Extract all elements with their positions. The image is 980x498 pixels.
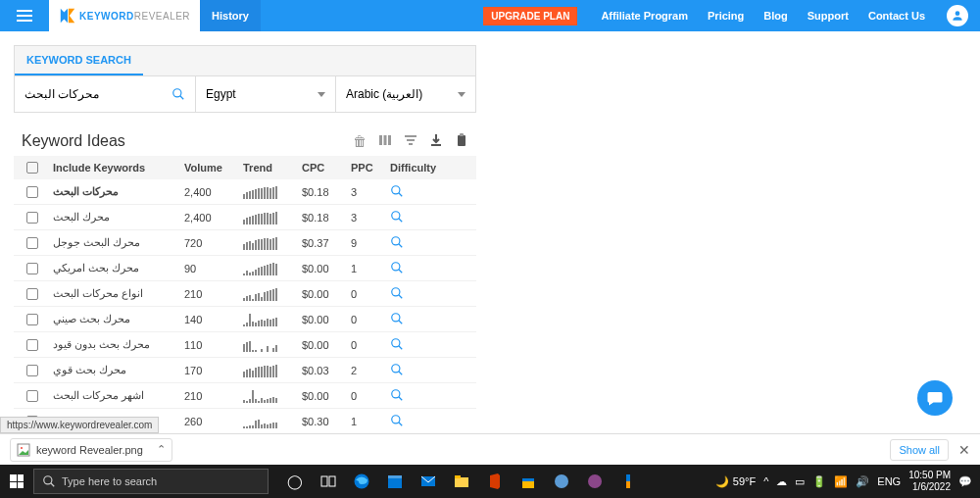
start-button[interactable] (0, 465, 33, 498)
nav-affiliate[interactable]: Affiliate Program (591, 10, 698, 22)
cell-difficulty[interactable] (390, 414, 439, 429)
task-view-icon[interactable] (316, 469, 341, 494)
cell-keyword: محرك بحث امريكي (47, 262, 184, 274)
close-icon[interactable]: ✕ (958, 442, 970, 458)
col-difficulty[interactable]: Difficulty (390, 162, 439, 174)
cell-difficulty[interactable] (390, 337, 439, 353)
cell-difficulty[interactable] (390, 210, 439, 225)
svg-point-12 (392, 185, 400, 193)
table-row: محرك البحث 2,400 $0.18 3 (14, 205, 476, 230)
tray-lang-icon[interactable]: ENG (877, 475, 901, 487)
app-icon-3[interactable] (615, 469, 641, 494)
cell-difficulty[interactable] (390, 184, 439, 200)
row-checkbox[interactable] (26, 314, 38, 325)
clock[interactable]: 10:50 PM 1/6/2022 (908, 470, 951, 493)
table-body: محركات البحث 2,400 $0.18 3 محرك البحث 2,… (14, 179, 476, 434)
chat-fab[interactable] (917, 380, 953, 416)
cortana-icon[interactable]: ◯ (282, 469, 308, 494)
svg-line-23 (399, 320, 403, 324)
edge-icon[interactable] (349, 469, 374, 494)
menu-button[interactable] (0, 0, 49, 31)
language-select[interactable]: Arabic (العربية) (336, 76, 475, 112)
cell-difficulty[interactable] (390, 363, 439, 378)
app-icon-2[interactable] (582, 469, 608, 494)
notifications-icon[interactable]: 💬 (958, 475, 972, 488)
mail-icon[interactable] (416, 469, 441, 494)
nav-history[interactable]: History (200, 0, 261, 31)
svg-line-15 (399, 218, 403, 222)
upgrade-button[interactable]: UPGRADE PLAN (483, 7, 577, 25)
tray-meet-icon[interactable]: ▭ (795, 475, 805, 488)
weather-widget[interactable]: 🌙59°F (715, 475, 756, 488)
col-trend[interactable]: Trend (243, 162, 302, 174)
svg-point-28 (392, 389, 400, 397)
row-checkbox[interactable] (26, 365, 38, 376)
tray-battery-icon[interactable]: 🔋 (812, 475, 826, 488)
calendar-icon[interactable] (382, 469, 408, 494)
row-checkbox[interactable] (26, 339, 38, 351)
cell-trend (243, 185, 302, 199)
nav-contact[interactable]: Contact Us (858, 10, 935, 22)
row-checkbox[interactable] (26, 186, 38, 198)
table-row: محرك بحث امريكي 90 $0.00 1 (14, 256, 476, 281)
delete-icon[interactable]: 🗑 (353, 133, 367, 150)
nav-support[interactable]: Support (798, 10, 858, 22)
show-all-button[interactable]: Show all (890, 439, 949, 461)
cell-volume: 210 (184, 390, 243, 402)
cell-difficulty[interactable] (390, 235, 439, 251)
search-panel: KEYWORD SEARCH Egypt Arabic (العربية) (14, 45, 476, 113)
keyword-input[interactable] (24, 87, 172, 101)
tray-chevron-icon[interactable]: ^ (763, 475, 768, 487)
select-all-checkbox[interactable] (26, 162, 38, 174)
windows-icon (10, 474, 24, 488)
taskbar-search[interactable]: Type here to search (33, 469, 269, 494)
nav-pricing[interactable]: Pricing (698, 10, 754, 22)
cell-cpc: $0.37 (302, 237, 351, 249)
cell-difficulty[interactable] (390, 312, 439, 327)
explorer-icon[interactable] (449, 469, 474, 494)
col-cpc[interactable]: CPC (302, 162, 351, 174)
col-keywords[interactable]: Include Keywords (47, 162, 184, 174)
tray-volume-icon[interactable]: 🔊 (856, 475, 869, 488)
svg-rect-8 (409, 143, 413, 145)
cell-cpc: $0.00 (302, 314, 351, 325)
office-icon[interactable] (482, 469, 508, 494)
cell-difficulty[interactable] (390, 388, 439, 404)
row-checkbox[interactable] (26, 288, 38, 300)
nav-blog[interactable]: Blog (754, 10, 797, 22)
user-avatar[interactable] (947, 5, 968, 26)
col-ppc[interactable]: PPC (351, 162, 390, 174)
logo[interactable]: KEYWORDREVEALER (49, 0, 200, 31)
cell-difficulty[interactable] (390, 286, 439, 302)
row-checkbox[interactable] (26, 212, 38, 224)
cell-keyword: محركات البحث (47, 185, 184, 198)
row-checkbox[interactable] (26, 237, 38, 249)
tab-keyword-search[interactable]: KEYWORD SEARCH (15, 46, 143, 75)
store-icon[interactable] (515, 469, 541, 494)
row-checkbox[interactable] (26, 390, 38, 402)
col-volume[interactable]: Volume (184, 162, 243, 174)
row-checkbox[interactable] (26, 263, 38, 274)
tray-onedrive-icon[interactable]: ☁ (776, 475, 787, 488)
table-row: اشهر محركات البحث 210 $0.00 0 (14, 383, 476, 409)
tray-wifi-icon[interactable]: 📶 (834, 475, 848, 488)
country-select[interactable]: Egypt (196, 76, 336, 112)
svg-line-21 (399, 294, 403, 298)
cell-trend (243, 262, 302, 275)
clipboard-icon[interactable] (455, 133, 468, 150)
evaluate-icon (390, 312, 404, 325)
filter-icon[interactable] (404, 133, 417, 150)
columns-icon[interactable] (378, 133, 392, 150)
cell-trend (243, 211, 302, 224)
download-icon[interactable] (429, 133, 443, 150)
svg-rect-37 (329, 476, 335, 486)
cell-difficulty[interactable] (390, 261, 439, 276)
chevron-up-icon[interactable]: ⌃ (157, 443, 166, 456)
taskbar-search-placeholder: Type here to search (62, 475, 157, 487)
cell-ppc: 3 (351, 212, 390, 224)
keyword-ideas-panel: Keyword Ideas 🗑 Include Keywords Volume … (14, 126, 476, 434)
top-header: KEYWORDREVEALER History UPGRADE PLAN Aff… (0, 0, 980, 31)
download-chip[interactable]: keyword Revealer.png ⌃ (10, 438, 172, 462)
search-icon[interactable] (172, 87, 185, 101)
app-icon-1[interactable] (549, 469, 574, 494)
